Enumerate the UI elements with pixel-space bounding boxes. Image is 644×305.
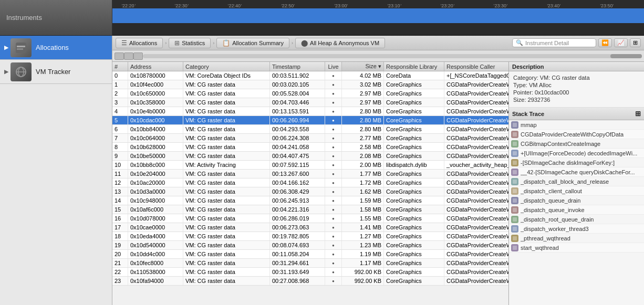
sidebar-item-allocations[interactable]: ▶ Allocations xyxy=(0,36,112,60)
stack-trace-body: mmapCGDataProviderCreateWithCopyOfDataCG… xyxy=(509,120,644,305)
svg-rect-13 xyxy=(513,189,517,193)
table-row[interactable]: 170x10cae0000VM: CG raster data00:06.273… xyxy=(112,223,508,232)
stack-item[interactable]: start_wqthread xyxy=(509,243,644,253)
vm-tracker-svg-icon xyxy=(14,65,28,79)
table-row[interactable]: 150x10af6c000VM: CG raster data00:04.221… xyxy=(112,205,508,214)
tab-statistics[interactable]: ⊞ Statistics xyxy=(169,38,211,48)
table-cell: ● xyxy=(325,268,342,276)
history-button[interactable]: ⏪ xyxy=(598,38,612,47)
table-cell: CoreGraphics xyxy=(384,143,444,151)
table-cell: 18 xyxy=(112,232,128,240)
table-cell: 0x10c064000 xyxy=(128,134,183,142)
allocations-tab-label: Allocations xyxy=(129,40,157,46)
th-responsible-caller[interactable]: Responsible Caller xyxy=(444,62,508,71)
tab-allocations[interactable]: ☰ Allocations xyxy=(116,38,163,48)
ruler-ticks: ˈ22:20ˈ ˈ22:30ˈ ˈ22:40ˈ ˈ22:50ˈ ˈ23:00ˈ … xyxy=(112,0,644,8)
search-box[interactable]: 🔍 Instrument Detail xyxy=(512,38,596,47)
ruler-area: ˈ22:20ˈ ˈ22:30ˈ ˈ22:40ˈ ˈ22:50ˈ ˈ23:00ˈ … xyxy=(112,0,644,36)
stack-item-label: _dispatch_client_callout xyxy=(521,188,582,194)
table-row[interactable]: 30x10c358000VM: CG raster data00:04.703.… xyxy=(112,98,508,107)
table-cell: 0x10f4ec000 xyxy=(128,80,183,89)
table-row[interactable]: 110x10e204000VM: CG raster data00:13.267… xyxy=(112,170,508,178)
stack-trace-expand-icon[interactable]: ⊞ xyxy=(635,110,641,118)
scroll-icon-left[interactable] xyxy=(115,52,124,60)
table-cell: 0x10be50000 xyxy=(128,152,183,160)
stack-item[interactable]: _dispatch_client_callout xyxy=(509,186,644,196)
table-row[interactable]: 100x10bb8c000VM: Activity Tracing00:07.5… xyxy=(112,161,508,170)
table-row[interactable]: 50x10cdac000VM: CG raster data00:06.260.… xyxy=(112,116,508,125)
scroll-icon-right[interactable] xyxy=(133,52,143,60)
th-live[interactable]: Live xyxy=(325,62,342,71)
stack-item[interactable]: CGBitmapContextCreateImage xyxy=(509,139,644,149)
sidebar-item-vm-tracker[interactable]: ▶ VM Tracker xyxy=(0,60,112,84)
stack-item[interactable]: _dispatch_queue_drain xyxy=(509,196,644,205)
stack-item-icon xyxy=(511,150,518,157)
stack-item-icon xyxy=(511,140,518,148)
table-row[interactable]: 230x10fa94000VM: CG raster data00:27.008… xyxy=(112,277,508,286)
tab-all-heap[interactable]: ⬤ All Heap & Anonymous VM xyxy=(295,38,385,48)
table-row[interactable]: 90x10be50000VM: CG raster data00:04.407.… xyxy=(112,152,508,161)
th-category[interactable]: Category xyxy=(183,62,270,71)
th-responsible-library[interactable]: Responsible Library xyxy=(384,62,444,71)
table-row[interactable]: 20x10c650000VM: CG raster data00:05.528.… xyxy=(112,89,508,98)
th-timestamp[interactable]: Timestamp xyxy=(270,62,325,71)
stack-item[interactable]: -[SDImageCache diskImageForKey:] xyxy=(509,158,644,167)
table-cell: CoreGraphics xyxy=(384,134,444,142)
table-row[interactable]: 10x10f4ec000VM: CG raster data00:03.020.… xyxy=(112,80,508,89)
table-cell: CGDataProviderCreateWithC... xyxy=(444,107,508,115)
stack-item[interactable]: _pthread_wqthread xyxy=(509,234,644,243)
scroll-icon-mid[interactable] xyxy=(124,52,133,60)
table-cell: CGDataProviderCreateWithC... xyxy=(444,116,508,124)
table-row[interactable]: 80x10b628000VM: CG raster data00:04.241.… xyxy=(112,143,508,152)
table-cell: 0x10c650000 xyxy=(128,89,183,98)
table-cell: 13 xyxy=(112,187,128,196)
table-cell: 3.02 MB xyxy=(342,80,384,89)
graph-button[interactable]: 📈 xyxy=(614,38,628,47)
tab-allocation-summary[interactable]: 📋 Allocation Summary xyxy=(216,38,289,48)
table-row[interactable]: 70x10c064000VM: CG raster data00:06.224.… xyxy=(112,134,508,143)
scrollbar-thumb[interactable] xyxy=(610,54,642,58)
table-cell: CoreData xyxy=(384,71,444,80)
table-cell: VM: CG raster data xyxy=(183,143,270,151)
stack-item[interactable]: _dispatch_worker_thread3 xyxy=(509,224,644,234)
table-cell: 1.62 MB xyxy=(342,187,384,196)
table-row[interactable]: 140x10c948000VM: CG raster data00:06.245… xyxy=(112,196,508,205)
stack-item[interactable]: __42-[SDImageCache queryDiskCacheFor... xyxy=(509,167,644,177)
table-cell: CoreGraphics xyxy=(384,268,444,276)
th-num[interactable]: # xyxy=(112,62,128,71)
table-cell: libdispatch.dylib xyxy=(384,161,444,169)
table-row[interactable]: 160x10d078000VM: CG raster data00:06.286… xyxy=(112,214,508,223)
table-cell: CGDataProviderCreateWithC... xyxy=(444,277,508,285)
th-address[interactable]: Address xyxy=(128,62,183,71)
stack-item[interactable]: _dispatch_queue_invoke xyxy=(509,205,644,215)
table-row[interactable]: 190x10d540000VM: CG raster data00:08.074… xyxy=(112,241,508,250)
table-row[interactable]: 220x110538000VM: CG raster data00:31.193… xyxy=(112,268,508,277)
allocations-svg-icon xyxy=(14,40,28,55)
table-row[interactable]: 40x10e4b0000VM: CG raster data00:13.153.… xyxy=(112,107,508,116)
stack-item[interactable]: _dispatch_call_block_and_release xyxy=(509,177,644,186)
layout-button[interactable]: ⊞ xyxy=(630,38,641,47)
table-cell: 00:13.153.591 xyxy=(270,107,325,115)
table-row[interactable]: 200x10dd4c000VM: CG raster data00:11.058… xyxy=(112,250,508,259)
stack-trace-title: Stack Trace xyxy=(512,111,544,117)
table-row[interactable]: 120x10ac20000VM: CG raster data00:04.166… xyxy=(112,178,508,187)
table-row[interactable]: 130x10d3a0000VM: CG raster data00:06.308… xyxy=(112,187,508,196)
table-row[interactable]: 180x10eda4000VM: CG raster data00:19.782… xyxy=(112,232,508,241)
svg-rect-15 xyxy=(513,208,517,212)
stack-item[interactable]: mmap xyxy=(509,120,644,130)
th-size[interactable]: Size ▾ xyxy=(342,62,384,71)
table-cell: 1.41 MB xyxy=(342,223,384,232)
allocations-icon xyxy=(11,38,32,57)
table-cell: 0x10cdac000 xyxy=(128,116,183,124)
table-cell: 1.58 MB xyxy=(342,205,384,214)
table-row[interactable]: 60x10bb84000VM: CG raster data00:04.293.… xyxy=(112,125,508,134)
svg-rect-8 xyxy=(513,142,517,146)
stack-item[interactable]: +[UIImage(ForceDecode) decodedImageWi... xyxy=(509,149,644,158)
table-row[interactable]: 210x10fec8000VM: CG raster data00:31.294… xyxy=(112,259,508,268)
scrollbar-track[interactable] xyxy=(143,54,642,58)
table-row[interactable]: 00x108780000VM: CoreData Object IDs00:03… xyxy=(112,71,508,80)
stack-item[interactable]: _dispatch_root_queue_drain xyxy=(509,215,644,224)
table-cell: 00:05.528.004 xyxy=(270,89,325,98)
table-cell: _voucher_activity_heap_init xyxy=(444,161,508,169)
stack-item[interactable]: CGDataProviderCreateWithCopyOfData xyxy=(509,130,644,139)
